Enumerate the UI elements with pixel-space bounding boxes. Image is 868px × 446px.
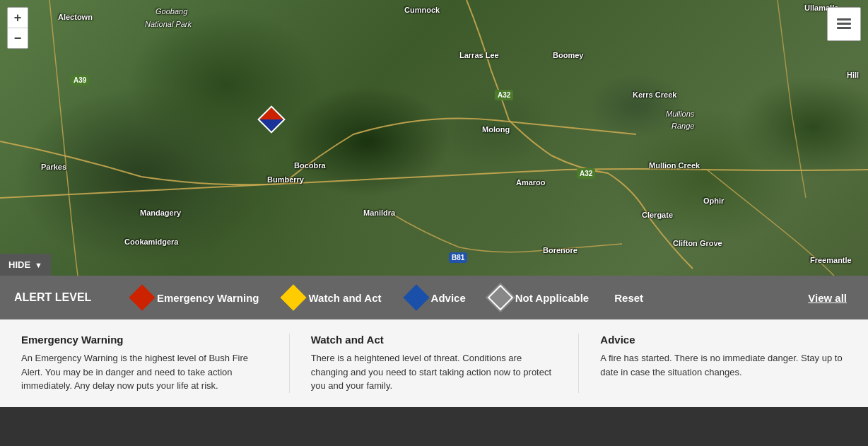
view-all-button[interactable]: View all bbox=[801, 292, 854, 304]
emergency-warning-info: Emergency Warning An Emergency Warning i… bbox=[21, 334, 289, 393]
road-badge-a32-lower: A32 bbox=[577, 168, 595, 179]
svg-rect-1 bbox=[837, 23, 851, 25]
zoom-controls: + − bbox=[7, 7, 28, 49]
watch-and-act-icon bbox=[281, 285, 307, 311]
layers-icon bbox=[834, 14, 854, 34]
emergency-warning-icon bbox=[129, 285, 156, 311]
layers-button[interactable] bbox=[827, 7, 861, 41]
advice-info-desc: A fire has started. There is no immediat… bbox=[600, 351, 847, 379]
zoom-in-button[interactable]: + bbox=[8, 8, 28, 28]
watch-and-act-info: Watch and Act There is a heightened leve… bbox=[289, 334, 579, 393]
alert-level-label: ALERT LEVEL bbox=[14, 291, 99, 304]
emergency-warning-info-desc: An Emergency Warning is the highest leve… bbox=[21, 351, 268, 393]
advice-info: Advice A fire has started. There is no i… bbox=[578, 334, 847, 393]
zoom-out-button[interactable]: − bbox=[8, 28, 28, 48]
info-panel: Emergency Warning An Emergency Warning i… bbox=[0, 319, 868, 407]
reset-button[interactable]: Reset bbox=[602, 292, 656, 304]
road-badge-b81: B81 bbox=[449, 252, 467, 263]
not-applicable-icon bbox=[487, 285, 513, 311]
svg-rect-2 bbox=[837, 27, 851, 29]
svg-rect-0 bbox=[837, 18, 851, 20]
emergency-warning-label: Emergency Warning bbox=[157, 292, 259, 304]
map: Alectown Goobang National Park Cumnock L… bbox=[0, 0, 868, 276]
watch-and-act-filter[interactable]: Watch and Act bbox=[271, 276, 394, 319]
emergency-warning-info-title: Emergency Warning bbox=[21, 334, 268, 346]
road-badge-a39: A39 bbox=[71, 75, 89, 86]
hide-label: HIDE bbox=[8, 259, 30, 270]
advice-icon bbox=[403, 285, 429, 311]
watch-and-act-info-title: Watch and Act bbox=[311, 334, 558, 346]
advice-filter[interactable]: Advice bbox=[394, 276, 479, 319]
road-badge-a32-upper: A32 bbox=[495, 90, 513, 100]
not-applicable-filter[interactable]: Not Applicable bbox=[479, 276, 602, 319]
not-applicable-label: Not Applicable bbox=[515, 292, 589, 304]
advice-info-title: Advice bbox=[600, 334, 847, 346]
emergency-warning-filter[interactable]: Emergency Warning bbox=[120, 276, 271, 319]
alert-bar: ALERT LEVEL Emergency Warning Watch and … bbox=[0, 276, 868, 319]
watch-and-act-info-desc: There is a heightened level of threat. C… bbox=[311, 351, 558, 393]
chevron-down-icon: ▼ bbox=[35, 261, 42, 269]
map-background bbox=[0, 0, 868, 276]
hide-button[interactable]: HIDE ▼ bbox=[0, 254, 51, 276]
advice-label: Advice bbox=[431, 292, 466, 304]
watch-and-act-label: Watch and Act bbox=[308, 292, 381, 304]
